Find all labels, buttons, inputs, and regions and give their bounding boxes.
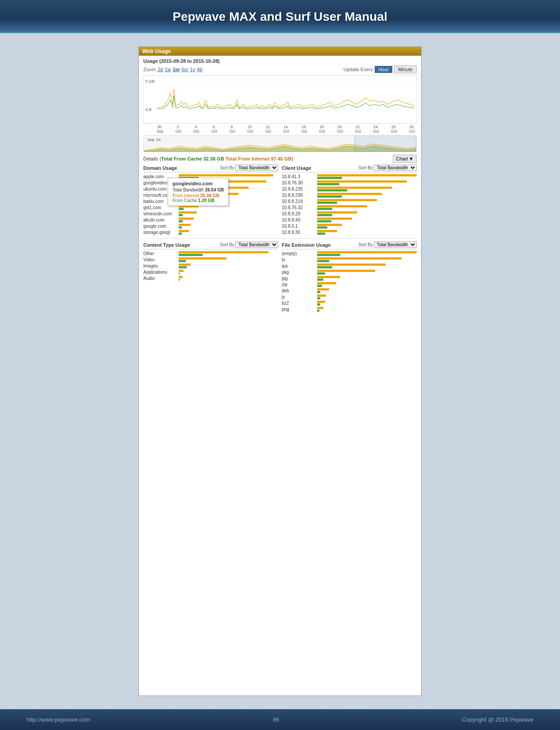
zoom-1w[interactable]: 1w — [165, 67, 171, 72]
content-type-col: Content Type Usage Sort By Total Bandwid… — [143, 241, 278, 313]
x-label-3: 6.Oct — [211, 125, 217, 134]
internet-value: 97.45 GB — [271, 156, 292, 161]
client-sort-select[interactable]: Total Bandwidth — [374, 164, 417, 171]
content-name-2: Images — [143, 264, 179, 268]
file-ext-name-5: zip — [282, 282, 317, 287]
content-bar-cache-1 — [179, 260, 186, 262]
client-name-3: 10.8.8.230 — [282, 193, 317, 198]
tooltip-total: Total Bandwidth 26.54 GB — [173, 187, 224, 192]
minute-button[interactable]: Minute — [394, 65, 417, 73]
cache-label: Total From Cache — [161, 156, 202, 161]
domain-sort-label: Sort By — [220, 165, 234, 170]
file-ext-header: File Extension Usage Sort By Total Bandw… — [282, 241, 417, 249]
file-ext-bar-internet-6 — [317, 288, 329, 290]
domain-bars-8 — [179, 223, 278, 229]
zoom-controls: Zoom 2d 1w 1m 6m 1y All — [143, 67, 202, 72]
client-bar-internet-6 — [317, 211, 357, 214]
footer-page: 86 — [273, 716, 279, 723]
client-bar-internet-5 — [317, 205, 367, 207]
panel-title-bar: Web Usage — [139, 47, 421, 56]
file-ext-row-2: ipa — [282, 263, 417, 268]
content-name-3: Applications — [143, 270, 179, 275]
x-label-12: 24.Oct — [373, 125, 379, 134]
content-name-1: Video — [143, 257, 179, 262]
file-ext-bars-2 — [317, 263, 417, 268]
section-divider — [143, 238, 417, 239]
client-name-7: 10.8.9.40 — [282, 218, 317, 222]
client-bars-5 — [317, 205, 417, 210]
zoom-6m[interactable]: 6m — [181, 67, 188, 72]
file-ext-row-1: ts — [282, 257, 417, 262]
footer-url: http://www.pepwave.com — [27, 716, 90, 723]
domain-bar-internet-9 — [179, 230, 189, 232]
tooltip-internet-label: From Internet — [173, 193, 199, 198]
tooltip-box: googlevideo.com Total Bandwidth 26.54 GB… — [168, 178, 229, 206]
domain-bar-cache-8 — [179, 226, 182, 229]
file-ext-title: File Extension Usage — [282, 242, 331, 248]
tooltip-total-val: 26.54 GB — [205, 187, 224, 192]
client-bar-cache-6 — [317, 214, 332, 216]
content-sort-select[interactable]: Total Bandwidth — [235, 241, 278, 248]
file-ext-bar-internet-3 — [317, 270, 375, 272]
x-label-9: 18.Oct — [319, 125, 325, 134]
client-name-2: 10.8.8.235 — [282, 187, 317, 191]
client-row-5: 10.8.76.32 — [282, 205, 417, 210]
tooltip-cache-val: 1.20 GB — [198, 198, 215, 203]
domain-name-6: vimeocdn.com — [143, 211, 179, 216]
panel-title: Web Usage — [142, 48, 171, 54]
client-bars-3 — [317, 192, 417, 198]
client-row-8: 10.8.5.1 — [282, 223, 417, 229]
x-label-14: 28.Oct — [409, 125, 415, 134]
file-ext-row-6: deb — [282, 288, 417, 293]
chart-button[interactable]: Chart ▼ — [393, 155, 417, 163]
overview-chart: Sep '14 — [143, 135, 417, 152]
zoom-2d[interactable]: 2d — [157, 67, 163, 72]
details-row: Details (Total From Cache 32.38 GB Total… — [143, 155, 417, 163]
tooltip-cache: From Cache 1.20 GB — [173, 198, 224, 203]
file-ext-row-8: bz2 — [282, 300, 417, 306]
file-ext-bar-cache-9 — [317, 310, 319, 312]
client-row-0: 10.8.41.3 — [282, 174, 417, 179]
content-bars-3 — [179, 269, 278, 275]
file-ext-name-4: jpg — [282, 276, 317, 281]
file-ext-name-3: pkg — [282, 270, 317, 275]
chart-btn-arrow: ▼ — [409, 156, 414, 161]
client-bar-internet-0 — [317, 174, 417, 176]
client-bar-internet-9 — [317, 230, 337, 232]
content-bar-cache-4 — [179, 279, 180, 281]
client-bars-8 — [317, 223, 417, 229]
client-bars-1 — [317, 180, 417, 185]
client-bar-internet-4 — [317, 199, 377, 201]
file-ext-sort-select[interactable]: Total Bandwidth — [374, 241, 417, 248]
content-bars-1 — [179, 257, 278, 262]
zoom-1m[interactable]: 1m — [173, 67, 180, 72]
zoom-1y[interactable]: 1y — [190, 67, 196, 72]
file-ext-row-5: zip — [282, 282, 417, 287]
domain-bar-internet-0 — [179, 174, 273, 176]
zoom-all[interactable]: All — [197, 67, 202, 72]
content-name-4: Audio — [143, 276, 179, 281]
file-ext-bars-8 — [317, 300, 417, 306]
client-bar-cache-8 — [317, 226, 327, 229]
domain-sort-select[interactable]: Total Bandwidth — [235, 164, 278, 171]
file-ext-bars-5 — [317, 282, 417, 287]
client-name-1: 10.8.76.30 — [282, 180, 317, 185]
x-axis-labels: 30.Sep 2.Oct 4.Oct 6.Oct 8.Oct 10.Oct 12… — [143, 125, 417, 134]
domain-name-9: storage.googl — [143, 230, 179, 235]
file-ext-bar-cache-1 — [317, 260, 329, 262]
x-label-0: 30.Sep — [157, 125, 163, 134]
client-bar-internet-7 — [317, 218, 352, 220]
domain-row-9: storage.googl — [143, 229, 278, 235]
x-label-1: 2.Oct — [176, 125, 181, 134]
web-usage-panel: Web Usage Usage (2015-09-28 to 2015-10-2… — [138, 46, 422, 696]
domain-bars-6 — [179, 211, 278, 216]
client-bar-cache-0 — [317, 177, 342, 179]
x-label-5: 10.Oct — [247, 125, 253, 134]
client-bar-internet-2 — [317, 187, 392, 189]
x-label-11: 22.Oct — [355, 125, 361, 134]
client-name-8: 10.8.5.1 — [282, 224, 317, 229]
file-ext-bar-internet-5 — [317, 282, 336, 284]
client-name-5: 10.8.76.32 — [282, 205, 317, 210]
x-label-8: 16.Oct — [301, 125, 307, 134]
hour-button[interactable]: Hour — [375, 66, 392, 73]
